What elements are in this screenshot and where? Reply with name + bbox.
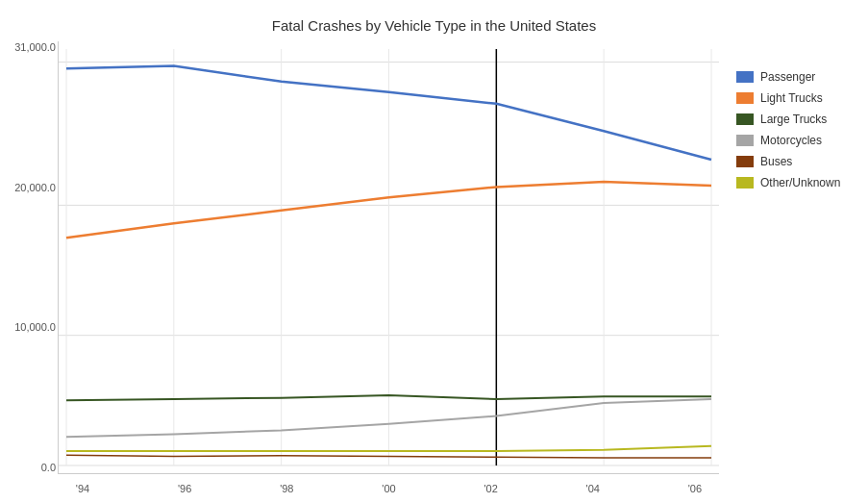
chart-body: 31,000.0 20,000.0 10,000.0 0.0 '94 '96 '…: [0, 41, 868, 503]
chart-lines-svg: [59, 41, 719, 473]
y-label-10000: 10,000.0: [3, 321, 56, 333]
legend-label-buses: Buses: [760, 155, 792, 168]
legend-item-large-trucks: Large Trucks: [736, 113, 858, 126]
x-axis-labels: '94 '96 '98 '00 '02 '04 '06: [59, 483, 719, 494]
legend-color-buses: [736, 156, 754, 167]
chart-title: Fatal Crashes by Vehicle Type in the Uni…: [272, 17, 596, 34]
legend-color-other: [736, 177, 754, 189]
legend: Passenger Light Trucks Large Trucks Moto…: [719, 41, 858, 474]
x-label-02: '02: [472, 483, 510, 494]
legend-label-light-trucks: Light Trucks: [760, 91, 823, 105]
x-label-98: '98: [267, 483, 306, 494]
legend-label-other: Other/Unknown: [760, 176, 840, 189]
y-axis-labels: 31,000.0 20,000.0 10,000.0 0.0: [3, 41, 56, 473]
legend-color-light-trucks: [736, 92, 754, 104]
legend-color-large-trucks: [736, 113, 754, 125]
legend-item-passenger: Passenger: [736, 70, 858, 84]
legend-label-passenger: Passenger: [760, 70, 815, 84]
y-label-0: 0.0: [3, 462, 56, 473]
chart-container: Fatal Crashes by Vehicle Type in the Uni…: [0, 0, 868, 503]
legend-color-motorcycles: [736, 135, 754, 146]
x-label-94: '94: [63, 483, 102, 494]
x-label-06: '06: [676, 483, 714, 494]
legend-label-motorcycles: Motorcycles: [760, 134, 822, 147]
y-label-31000: 31,000.0: [3, 41, 56, 53]
legend-label-large-trucks: Large Trucks: [760, 113, 827, 126]
legend-item-buses: Buses: [736, 155, 858, 168]
legend-color-passenger: [736, 71, 754, 83]
x-label-04: '04: [574, 483, 612, 494]
x-label-00: '00: [369, 483, 408, 494]
x-label-96: '96: [165, 483, 204, 494]
y-label-20000: 20,000.0: [3, 182, 56, 193]
chart-area: 31,000.0 20,000.0 10,000.0 0.0 '94 '96 '…: [58, 41, 719, 474]
legend-item-light-trucks: Light Trucks: [736, 91, 858, 105]
legend-item-other: Other/Unknown: [736, 176, 858, 189]
legend-item-motorcycles: Motorcycles: [736, 134, 858, 147]
